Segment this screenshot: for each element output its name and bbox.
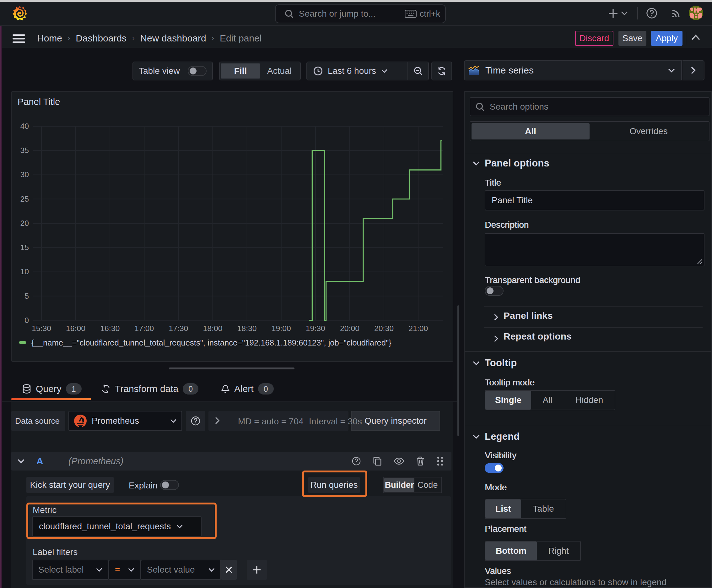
svg-text:{__name__="cloudflared_tunnel_: {__name__="cloudflared_tunnel_total_requ… <box>31 338 391 347</box>
svg-text:20: 20 <box>20 219 29 227</box>
svg-text:40: 40 <box>20 122 29 130</box>
svg-text:20:30: 20:30 <box>374 324 394 333</box>
svg-text:25: 25 <box>20 195 29 203</box>
svg-text:15: 15 <box>20 243 29 252</box>
svg-text:15:30: 15:30 <box>32 324 51 333</box>
svg-text:18:30: 18:30 <box>237 324 257 333</box>
svg-text:5: 5 <box>24 292 29 300</box>
svg-text:0: 0 <box>24 316 29 324</box>
svg-text:16:30: 16:30 <box>100 324 120 333</box>
svg-text:10: 10 <box>20 267 29 276</box>
svg-text:18:00: 18:00 <box>203 324 222 333</box>
svg-text:19:30: 19:30 <box>306 324 325 333</box>
svg-text:20:00: 20:00 <box>340 324 360 333</box>
svg-text:17:00: 17:00 <box>134 324 154 333</box>
svg-text:19:00: 19:00 <box>272 324 291 333</box>
svg-text:16:00: 16:00 <box>66 324 85 333</box>
svg-text:35: 35 <box>20 146 29 154</box>
svg-text:21:00: 21:00 <box>408 324 428 333</box>
svg-text:17:30: 17:30 <box>169 324 188 333</box>
svg-text:30: 30 <box>20 170 29 179</box>
